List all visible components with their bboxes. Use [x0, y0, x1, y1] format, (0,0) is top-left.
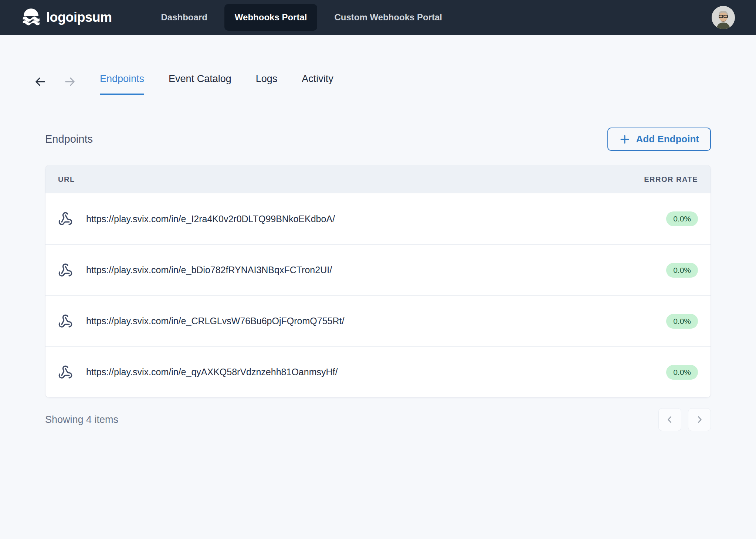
table-header: URL ERROR RATE — [45, 165, 711, 193]
top-navbar: logoipsum Dashboard Webhooks Portal Cust… — [0, 0, 756, 35]
webhook-icon — [58, 211, 73, 226]
portal-tabbar: Endpoints Event Catalog Logs Activity — [34, 73, 756, 95]
endpoint-url: https://play.svix.com/in/e_bDio782fRYNAI… — [86, 265, 332, 275]
add-endpoint-button[interactable]: Add Endpoint — [607, 128, 711, 151]
endpoints-table: URL ERROR RATE https://play.svix.com/in/… — [45, 165, 711, 398]
page-title: Endpoints — [45, 133, 93, 145]
back-arrow-icon[interactable] — [34, 75, 47, 88]
tab-activity[interactable]: Activity — [302, 73, 333, 95]
tabs: Endpoints Event Catalog Logs Activity — [100, 73, 333, 95]
logo-mark-icon — [21, 8, 41, 27]
error-rate-badge: 0.0% — [666, 365, 698, 380]
nav-item-dashboard[interactable]: Dashboard — [151, 4, 218, 31]
next-page-button[interactable] — [688, 408, 711, 431]
user-avatar[interactable] — [712, 6, 735, 29]
add-endpoint-label: Add Endpoint — [636, 133, 699, 145]
prev-page-button[interactable] — [658, 408, 681, 431]
nav-item-webhooks-portal[interactable]: Webhooks Portal — [224, 4, 318, 31]
chevron-left-icon — [665, 415, 675, 424]
column-header-error-rate: ERROR RATE — [644, 175, 698, 184]
error-rate-badge: 0.0% — [666, 211, 698, 226]
webhook-icon — [58, 314, 73, 329]
main-nav: Dashboard Webhooks Portal Custom Webhook… — [151, 4, 453, 31]
showing-count: Showing 4 items — [45, 414, 118, 426]
error-rate-badge: 0.0% — [666, 263, 698, 278]
tab-logs[interactable]: Logs — [256, 73, 278, 95]
endpoint-url: https://play.svix.com/in/e_I2ra4K0v2r0DL… — [86, 214, 335, 224]
pagination — [658, 408, 711, 431]
webhook-icon — [58, 263, 73, 278]
page-head: Endpoints Add Endpoint — [45, 128, 711, 151]
endpoint-url: https://play.svix.com/in/e_qyAXKQ58rVdzn… — [86, 367, 338, 377]
table-row[interactable]: https://play.svix.com/in/e_CRLGLvsW76Bu6… — [45, 295, 711, 346]
nav-item-custom-webhooks-portal[interactable]: Custom Webhooks Portal — [324, 4, 452, 31]
tab-endpoints[interactable]: Endpoints — [100, 73, 144, 95]
table-row[interactable]: https://play.svix.com/in/e_I2ra4K0v2r0DL… — [45, 193, 711, 244]
column-header-url: URL — [58, 175, 75, 184]
table-row[interactable]: https://play.svix.com/in/e_bDio782fRYNAI… — [45, 244, 711, 295]
forward-arrow-icon[interactable] — [64, 75, 76, 88]
list-footer: Showing 4 items — [45, 408, 711, 431]
chevron-right-icon — [695, 415, 704, 424]
tab-event-catalog[interactable]: Event Catalog — [169, 73, 231, 95]
webhook-icon — [58, 365, 73, 380]
logo[interactable]: logoipsum — [21, 8, 112, 27]
endpoint-url: https://play.svix.com/in/e_CRLGLvsW76Bu6… — [86, 316, 344, 326]
plus-icon — [619, 134, 630, 145]
logo-text: logoipsum — [46, 10, 112, 25]
table-row[interactable]: https://play.svix.com/in/e_qyAXKQ58rVdzn… — [45, 346, 711, 397]
error-rate-badge: 0.0% — [666, 314, 698, 329]
